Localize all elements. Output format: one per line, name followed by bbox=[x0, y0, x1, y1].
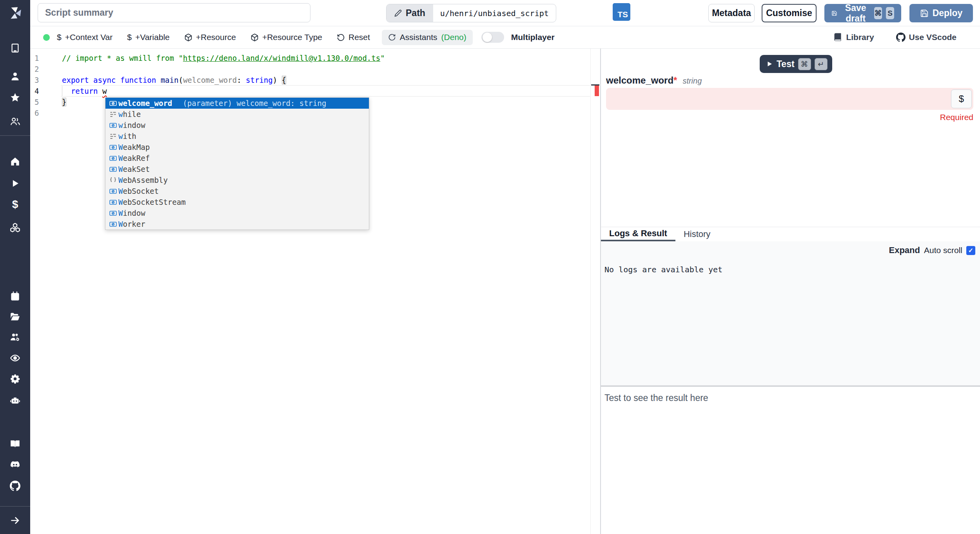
refresh-icon bbox=[388, 33, 396, 41]
sidebar-item-github[interactable] bbox=[9, 480, 21, 492]
building-icon bbox=[10, 43, 20, 53]
autocomplete-item-WebSocket[interactable]: WebSocket bbox=[105, 186, 369, 197]
github-icon bbox=[896, 33, 906, 42]
line-number: 3 bbox=[30, 75, 62, 86]
keyword-symbol-icon bbox=[107, 110, 118, 118]
autocomplete-item-WebSocketStream[interactable]: WebSocketStream bbox=[105, 197, 369, 208]
sidebar-item-discord[interactable] bbox=[9, 459, 21, 470]
code-line[interactable]: 2 bbox=[30, 64, 600, 75]
edit-path-button[interactable]: Path bbox=[387, 4, 433, 22]
dollar-icon: $ bbox=[127, 33, 132, 42]
test-button[interactable]: Test ⌘ ↵ bbox=[760, 55, 832, 73]
result-area: Test to see the result here bbox=[601, 387, 980, 534]
autocomplete-item-with[interactable]: with bbox=[105, 131, 369, 142]
add-resource-type-button[interactable]: +Resource Type bbox=[250, 33, 322, 42]
sidebar-item-users[interactable] bbox=[9, 115, 21, 127]
auto-scroll-checkbox[interactable]: ✓ bbox=[966, 246, 975, 255]
add-variable-label: +Variable bbox=[135, 33, 170, 42]
home-icon bbox=[10, 156, 20, 167]
reset-button[interactable]: Reset bbox=[337, 33, 370, 42]
autocomplete-item-welcome_word[interactable]: welcome_word(parameter) welcome_word: st… bbox=[105, 98, 369, 109]
folder-open-icon bbox=[10, 312, 20, 322]
use-vscode-label: Use VScode bbox=[909, 33, 956, 42]
autocomplete-item-WebAssembly[interactable]: WebAssembly bbox=[105, 175, 369, 186]
autocomplete-label: with bbox=[118, 132, 136, 140]
sidebar-item-star[interactable] bbox=[9, 91, 21, 103]
auto-scroll-label: Auto scroll bbox=[924, 246, 962, 255]
autocomplete-item-window[interactable]: window bbox=[105, 120, 369, 131]
add-resource-button[interactable]: +Resource bbox=[184, 33, 236, 42]
line-number: 4 bbox=[30, 86, 62, 97]
sidebar-divider bbox=[0, 135, 30, 136]
add-context-var-label: +Context Var bbox=[65, 33, 113, 42]
library-button[interactable]: Library bbox=[833, 33, 874, 42]
sidebar-item-user[interactable] bbox=[9, 70, 21, 82]
save-icon bbox=[831, 9, 837, 18]
autocomplete-item-while[interactable]: while bbox=[105, 109, 369, 120]
windmill-logo[interactable] bbox=[7, 5, 24, 21]
result-placeholder: Test to see the result here bbox=[604, 393, 708, 403]
deploy-button[interactable]: Deploy bbox=[909, 4, 973, 22]
sidebar-item-home[interactable] bbox=[9, 155, 21, 167]
user-icon bbox=[10, 71, 20, 82]
save-draft-button[interactable]: Save draft ⌘ S bbox=[824, 4, 901, 22]
gear-icon bbox=[10, 374, 20, 384]
robot-icon bbox=[10, 395, 20, 406]
autocomplete-label: WebAssembly bbox=[118, 176, 168, 184]
book-icon bbox=[833, 33, 842, 42]
sidebar-divider bbox=[0, 506, 30, 507]
code-line[interactable]: 3export async function main(welcome_word… bbox=[30, 75, 600, 86]
autocomplete-item-Window[interactable]: Window bbox=[105, 208, 369, 219]
arrow-right-icon bbox=[10, 515, 20, 526]
autocomplete-item-WeakSet[interactable]: WeakSet bbox=[105, 164, 369, 175]
tab-logs-result[interactable]: Logs & Result bbox=[601, 227, 675, 241]
sidebar-item-play[interactable] bbox=[9, 177, 21, 189]
sidebar: $ bbox=[0, 0, 30, 534]
assistants-label: Assistants bbox=[400, 33, 437, 42]
customise-button[interactable]: Customise bbox=[762, 4, 817, 22]
sidebar-item-eye[interactable] bbox=[9, 352, 21, 364]
autocomplete-label: WeakRef bbox=[118, 154, 150, 162]
sidebar-item-folder-open[interactable] bbox=[9, 311, 21, 323]
sidebar-item-calendar[interactable] bbox=[9, 290, 21, 302]
variable-symbol-icon bbox=[107, 99, 118, 108]
sidebar-item-dollar[interactable]: $ bbox=[9, 199, 21, 210]
calendar-icon bbox=[10, 291, 20, 301]
tab-history[interactable]: History bbox=[675, 227, 719, 241]
path-value[interactable]: u/henri/unbiased_script bbox=[433, 4, 556, 22]
sidebar-item-arrow-right[interactable] bbox=[9, 514, 21, 526]
multiplayer-toggle[interactable] bbox=[481, 32, 504, 43]
autocomplete-label: WeakSet bbox=[118, 165, 150, 173]
use-vscode-button[interactable]: Use VScode bbox=[896, 33, 956, 42]
autocomplete-label: WeakMap bbox=[118, 143, 150, 151]
sidebar-item-book[interactable] bbox=[9, 438, 21, 450]
metadata-button[interactable]: Metadata bbox=[708, 4, 755, 22]
sidebar-item-robot[interactable] bbox=[9, 394, 21, 406]
code-line[interactable]: 4 return w bbox=[30, 86, 600, 97]
sidebar-item-building[interactable] bbox=[9, 42, 21, 54]
expand-button[interactable]: Expand bbox=[889, 245, 920, 255]
autocomplete-item-WeakMap[interactable]: WeakMap bbox=[105, 142, 369, 153]
autocomplete-item-Worker[interactable]: Worker bbox=[105, 219, 369, 230]
code-editor[interactable]: 1// import * as wmill from "https://deno… bbox=[30, 49, 600, 534]
field-type: string bbox=[682, 77, 702, 86]
dollar-icon: $ bbox=[57, 33, 62, 42]
line-number: 6 bbox=[30, 108, 62, 118]
typescript-badge: TS bbox=[613, 3, 630, 21]
add-context-var-button[interactable]: $ +Context Var bbox=[57, 33, 113, 42]
sidebar-item-gear[interactable] bbox=[9, 373, 21, 385]
autocomplete-detail: (parameter) welcome_word: string bbox=[183, 99, 326, 108]
assistants-button[interactable]: Assistants (Deno) bbox=[382, 30, 473, 45]
add-variable-button[interactable]: $ +Variable bbox=[127, 33, 169, 42]
insert-variable-button[interactable]: $ bbox=[951, 89, 972, 108]
field-name: welcome_word bbox=[606, 75, 673, 86]
autocomplete-item-WeakRef[interactable]: WeakRef bbox=[105, 153, 369, 164]
path-group: Path u/henri/unbiased_script bbox=[386, 4, 556, 22]
script-summary-input[interactable] bbox=[38, 3, 310, 22]
autocomplete-label: WebSocketStream bbox=[118, 198, 186, 206]
welcome-word-input[interactable]: $ bbox=[606, 88, 973, 110]
sidebar-item-users-cog[interactable] bbox=[9, 331, 21, 343]
play-icon bbox=[10, 178, 20, 189]
sidebar-item-boxes[interactable] bbox=[9, 221, 21, 233]
code-line[interactable]: 1// import * as wmill from "https://deno… bbox=[30, 53, 600, 64]
